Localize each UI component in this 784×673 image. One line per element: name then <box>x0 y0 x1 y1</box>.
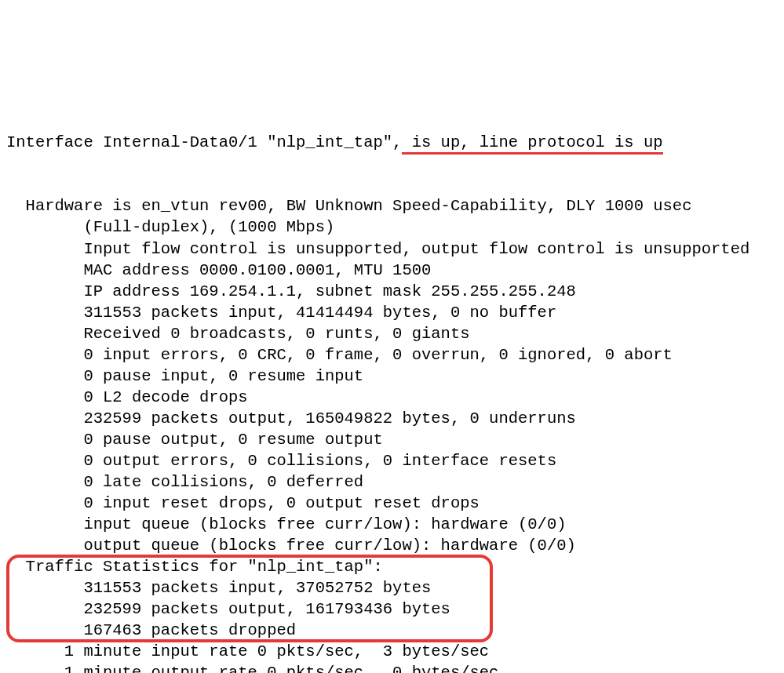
cli-output: Interface Internal-Data0/1 "nlp_int_tap"… <box>6 89 778 673</box>
traffic-stats-line: 311553 packets input, 37052752 bytes <box>6 577 778 598</box>
detail-line: IP address 169.254.1.1, subnet mask 255.… <box>6 281 778 302</box>
detail-line: Received 0 broadcasts, 0 runts, 0 giants <box>6 323 778 344</box>
interface-body: Hardware is en_vtun rev00, BW Unknown Sp… <box>6 195 778 673</box>
detail-line: 0 input reset drops, 0 output reset drop… <box>6 493 778 514</box>
interface-header-line: Interface Internal-Data0/1 "nlp_int_tap"… <box>6 132 778 153</box>
traffic-stats-line: Traffic Statistics for "nlp_int_tap": <box>6 556 778 577</box>
detail-line: (Full-duplex), (1000 Mbps) <box>6 216 778 238</box>
detail-line: 0 pause input, 0 resume input <box>6 366 778 387</box>
detail-line: 0 input errors, 0 CRC, 0 frame, 0 overru… <box>6 344 778 366</box>
traffic-stats-line: 232599 packets output, 161793436 bytes <box>6 598 778 620</box>
detail-line: 0 late collisions, 0 deferred <box>6 471 778 493</box>
detail-line: 0 pause output, 0 resume output <box>6 429 778 450</box>
detail-line: Input flow control is unsupported, outpu… <box>6 238 778 260</box>
interface-header-prefix: Interface Internal-Data0/1 "nlp_int_tap"… <box>6 133 402 151</box>
detail-line: MAC address 0000.0100.0001, MTU 1500 <box>6 260 778 281</box>
detail-line: Hardware is en_vtun rev00, BW Unknown Sp… <box>6 195 778 216</box>
rate-line: 1 minute output rate 0 pkts/sec, 0 bytes… <box>6 662 778 673</box>
detail-line: 232599 packets output, 165049822 bytes, … <box>6 408 778 429</box>
detail-line: 311553 packets input, 41414494 bytes, 0 … <box>6 302 778 323</box>
traffic-stats-line: 167463 packets dropped <box>6 620 778 641</box>
rate-line: 1 minute input rate 0 pkts/sec, 3 bytes/… <box>6 641 778 662</box>
detail-line: output queue (blocks free curr/low): har… <box>6 535 778 556</box>
detail-line: 0 L2 decode drops <box>6 387 778 408</box>
interface-status-underlined: is up, line protocol is up <box>402 132 662 153</box>
detail-line: 0 output errors, 0 collisions, 0 interfa… <box>6 450 778 471</box>
detail-line: input queue (blocks free curr/low): hard… <box>6 514 778 535</box>
